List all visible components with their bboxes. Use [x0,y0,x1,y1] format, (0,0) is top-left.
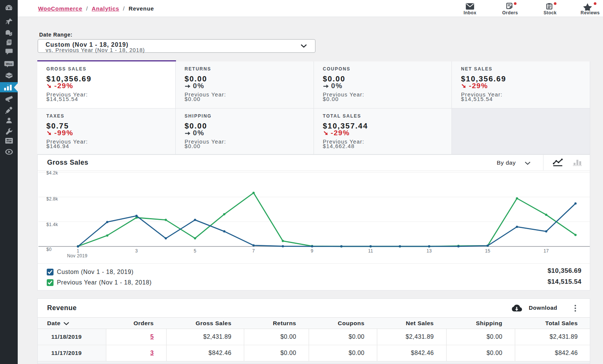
svg-text:Woo: Woo [6,62,12,66]
